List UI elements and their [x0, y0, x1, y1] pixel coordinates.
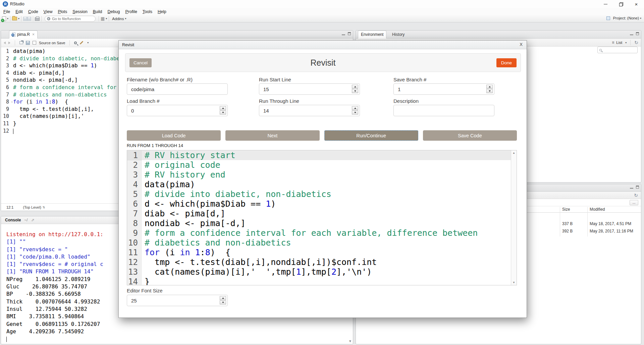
dialog-close-icon[interactable]: X: [520, 42, 523, 47]
spin-down-button[interactable]: [486, 89, 493, 93]
tab-environment[interactable]: Environment: [358, 30, 386, 39]
refresh-icon[interactable]: ↻: [634, 40, 638, 45]
menu-build[interactable]: Build: [90, 9, 105, 15]
run-start-line-field[interactable]: [259, 83, 360, 95]
menu-session[interactable]: Session: [70, 9, 90, 15]
spin-down-button[interactable]: [220, 111, 226, 115]
editor-font-size-field[interactable]: [127, 295, 228, 306]
menu-help[interactable]: Help: [155, 9, 169, 15]
more-path-button[interactable]: ...: [630, 200, 638, 205]
spin-down-button[interactable]: [220, 300, 226, 304]
run-through-line-stepper: [259, 105, 360, 116]
run-continue-button[interactable]: Run/Continue: [324, 130, 418, 141]
scroll-up-icon[interactable]: ▲: [513, 151, 515, 154]
addins-caret-icon[interactable]: ▾: [125, 17, 126, 20]
spin-up-button[interactable]: [352, 106, 358, 110]
new-file-caret-icon[interactable]: ▾: [7, 17, 8, 20]
console-path[interactable]: ~/: [24, 218, 28, 222]
tab-close-icon[interactable]: ×: [32, 32, 35, 37]
console-line: Age 4.209236 7.545092: [6, 328, 347, 335]
menu-file[interactable]: File: [1, 9, 13, 15]
close-icon: ×: [635, 2, 638, 7]
load-code-button[interactable]: Load Code: [127, 130, 221, 141]
console-popout-icon[interactable]: ⇗: [31, 218, 35, 222]
refresh-icon[interactable]: ↻: [634, 193, 638, 198]
source-on-save-checkbox[interactable]: [33, 41, 36, 45]
filename-label: Filename (w/o Branch# or .R): [127, 77, 193, 82]
code-tools-caret-icon[interactable]: ▾: [87, 41, 89, 44]
popout-icon[interactable]: [19, 41, 23, 44]
window-title: RStudio: [10, 2, 24, 6]
done-button[interactable]: Done: [496, 58, 517, 67]
panes-grid-caret-icon[interactable]: ▾: [106, 17, 107, 20]
pane-maximize-icon[interactable]: [636, 32, 639, 35]
panes-grid-icon[interactable]: ▦: [101, 16, 105, 21]
minimize-button[interactable]: [598, 0, 613, 8]
menu-view[interactable]: View: [41, 9, 55, 15]
spin-up-button[interactable]: [220, 296, 226, 300]
pane-minimize-icon[interactable]: [630, 186, 633, 189]
code-line: 4data(pima): [127, 180, 517, 189]
goto-file-box[interactable]: [45, 16, 96, 22]
menu-profile[interactable]: Profile: [122, 9, 140, 15]
save-icon[interactable]: [23, 17, 27, 21]
spin-down-button[interactable]: [352, 89, 358, 93]
tab-pima-r[interactable]: pima.R ×: [9, 30, 38, 39]
print-icon[interactable]: [35, 17, 40, 21]
find-icon[interactable]: [74, 42, 77, 44]
restore-button[interactable]: [613, 0, 629, 8]
pane-minimize-icon[interactable]: [630, 32, 633, 35]
open-file-caret-icon[interactable]: ▾: [18, 17, 19, 20]
editor-scrollbar[interactable]: ▲ ▼: [511, 150, 517, 285]
code-line: 12 tmp <- t.test(diab[,i],nondiab[,i])$c…: [127, 257, 517, 267]
open-file-icon[interactable]: [12, 17, 17, 20]
scroll-down-icon[interactable]: ▼: [513, 281, 515, 284]
filename-field[interactable]: [127, 83, 228, 95]
spin-down-button[interactable]: [352, 111, 358, 115]
save-branch-field[interactable]: [393, 83, 494, 95]
save-source-icon[interactable]: [26, 41, 30, 45]
pane-minimize-icon[interactable]: [342, 32, 345, 35]
environment-search-box[interactable]: [597, 47, 638, 53]
goto-file-input[interactable]: [52, 17, 92, 21]
project-selector[interactable]: Project: (None) ▾: [606, 16, 641, 20]
menu-plots[interactable]: Plots: [55, 9, 70, 15]
scope-selector[interactable]: (Top Level): [23, 205, 41, 209]
column-modified[interactable]: Modified: [590, 207, 605, 212]
menu-tools[interactable]: Tools: [140, 9, 155, 15]
tab-history[interactable]: History: [389, 30, 408, 39]
code-line: 10# diabetics and non-diabetics: [127, 238, 517, 248]
dialog-code-editor[interactable]: 1# RV history start2# original code3# RV…: [127, 150, 517, 285]
next-button[interactable]: Next: [225, 130, 319, 141]
spin-up-button[interactable]: [220, 106, 226, 110]
save-branch-label: Save Branch #: [393, 77, 426, 82]
forward-icon[interactable]: [8, 42, 10, 44]
cancel-button[interactable]: Cancel: [129, 58, 152, 67]
code-tools-wand-icon[interactable]: [80, 41, 84, 45]
menu-debug[interactable]: Debug: [105, 9, 123, 15]
list-view-caret-icon[interactable]: ▾: [625, 41, 627, 44]
dialog-title: Revisit: [122, 43, 134, 47]
menu-edit[interactable]: Edit: [13, 9, 25, 15]
back-icon[interactable]: [4, 42, 6, 44]
list-view-button[interactable]: List: [616, 41, 622, 45]
load-branch-field[interactable]: [127, 105, 228, 116]
new-file-icon[interactable]: [2, 16, 6, 21]
save-branch-stepper: [393, 83, 494, 95]
column-size[interactable]: Size: [562, 207, 570, 212]
close-button[interactable]: ×: [629, 0, 644, 8]
spin-up-button[interactable]: [352, 85, 358, 89]
file-modified: May 18, 2017, 4:51 PM: [590, 221, 631, 226]
pane-maximize-icon[interactable]: [348, 32, 351, 35]
menu-code[interactable]: Code: [25, 9, 41, 15]
pane-maximize-icon[interactable]: [636, 186, 639, 189]
tab-label: pima.R: [17, 32, 30, 37]
addins-button[interactable]: Addins: [112, 17, 124, 21]
console-scroll-down-icon[interactable]: ▼: [348, 339, 352, 343]
save-all-icon[interactable]: [27, 17, 31, 21]
spin-up-button[interactable]: [486, 85, 493, 89]
dialog-titlebar[interactable]: Revisit X: [119, 41, 527, 49]
save-code-button[interactable]: Save Code: [423, 130, 517, 141]
run-through-line-field[interactable]: [259, 105, 360, 116]
description-field[interactable]: [393, 105, 494, 116]
